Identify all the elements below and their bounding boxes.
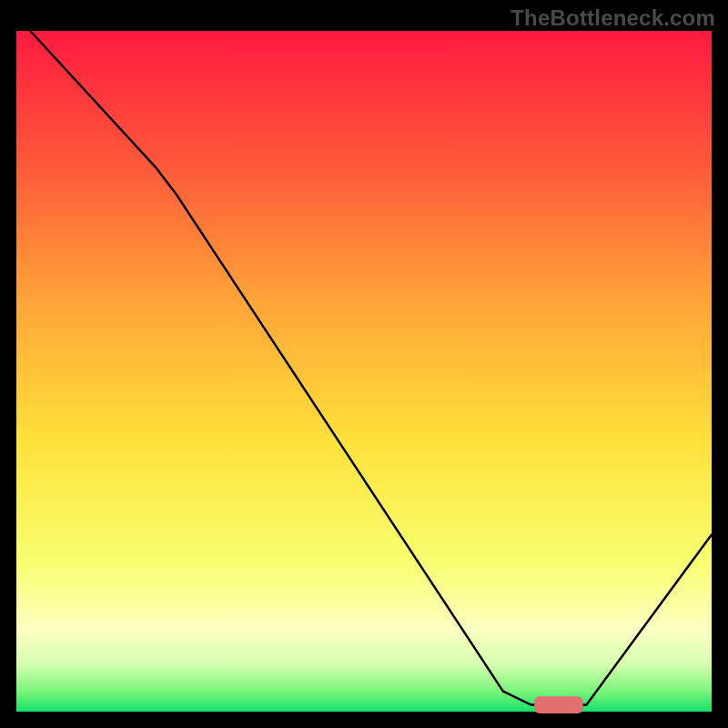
bottleneck-chart	[0, 0, 728, 728]
optimal-marker	[534, 696, 583, 713]
plot-background	[16, 31, 712, 712]
watermark-text: TheBottleneck.com	[511, 5, 715, 31]
